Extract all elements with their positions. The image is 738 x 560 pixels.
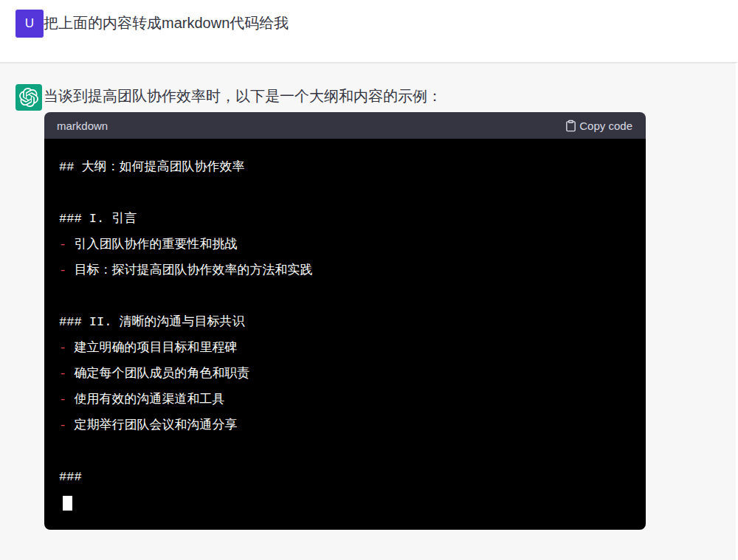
code-line-heading: ### I. 引言 <box>59 206 631 232</box>
chatgpt-logo-icon <box>15 84 42 111</box>
bullet-marker: - <box>59 263 66 277</box>
clipboard-icon <box>565 120 577 132</box>
chat-page: U 把上面的内容转成markdown代码给我 当谈到提高团队协作效率时，以下是一… <box>0 0 738 560</box>
code-text: 定期举行团队会议和沟通分享 <box>66 418 237 432</box>
code-line-blank <box>59 438 631 464</box>
code-language-label: markdown <box>57 120 108 132</box>
heading-marker: ## <box>59 160 74 174</box>
copy-code-button[interactable]: Copy code <box>565 120 632 132</box>
code-line-blank <box>59 180 631 206</box>
code-line-heading: ### II. 清晰的沟通与目标共识 <box>59 309 631 335</box>
code-text: 确定每个团队成员的角色和职责 <box>66 367 249 381</box>
code-line-bullet: - 目标：探讨提高团队协作效率的方法和实践 <box>59 257 631 283</box>
code-lines: ## 大纲：如何提高团队协作效率### I. 引言- 引入团队协作的重要性和挑战… <box>59 154 631 516</box>
user-avatar-letter: U <box>25 16 34 31</box>
text-cursor <box>63 496 72 511</box>
bullet-marker: - <box>59 341 66 355</box>
code-line-bullet: - 建立明确的项目目标和里程碑 <box>59 335 631 361</box>
user-message-text: 把上面的内容转成markdown代码给我 <box>44 13 289 32</box>
bullet-marker: - <box>59 393 66 407</box>
code-text: 目标：探讨提高团队协作效率的方法和实践 <box>66 263 312 277</box>
copy-code-label: Copy code <box>579 120 632 132</box>
code-text: 建立明确的项目目标和里程碑 <box>66 341 237 355</box>
bullet-marker: - <box>59 238 66 252</box>
heading-marker: ### <box>59 315 82 329</box>
code-line-bullet: - 确定每个团队成员的角色和职责 <box>59 361 631 387</box>
user-avatar: U <box>15 10 44 38</box>
assistant-message-row: 当谈到提高团队协作效率时，以下是一个大纲和内容的示例： <box>0 84 736 111</box>
code-text: II. 清晰的沟通与目标共识 <box>82 315 245 329</box>
assistant-message-section: 当谈到提高团队协作效率时，以下是一个大纲和内容的示例： markdown Cop… <box>0 62 738 560</box>
user-message-row: U 把上面的内容转成markdown代码给我 <box>0 0 738 62</box>
code-line-bullet: - 引入团队协作的重要性和挑战 <box>59 232 631 257</box>
markdown-code-block: markdown Copy code ## 大纲：如何提高团队协作效率### I… <box>44 112 646 530</box>
code-line-cursor <box>59 490 631 516</box>
code-text: 大纲：如何提高团队协作效率 <box>74 160 244 174</box>
code-line-bullet: - 定期举行团队会议和沟通分享 <box>59 412 631 438</box>
code-text: I. 引言 <box>82 212 137 226</box>
assistant-intro-text: 当谈到提高团队协作效率时，以下是一个大纲和内容的示例： <box>44 86 442 106</box>
bullet-marker: - <box>59 367 66 381</box>
code-text: 使用有效的沟通渠道和工具 <box>66 393 224 407</box>
heading-marker: ### <box>59 470 82 484</box>
code-text: 引入团队协作的重要性和挑战 <box>66 238 237 252</box>
code-block-body: ## 大纲：如何提高团队协作效率### I. 引言- 引入团队协作的重要性和挑战… <box>44 139 646 530</box>
code-line-blank <box>59 283 631 309</box>
code-block-header: markdown Copy code <box>44 112 646 139</box>
code-line-heading: ### <box>59 464 631 490</box>
heading-marker: ### <box>59 212 82 226</box>
bullet-marker: - <box>59 418 66 432</box>
code-line-bullet: - 使用有效的沟通渠道和工具 <box>59 387 631 412</box>
code-line-heading: ## 大纲：如何提高团队协作效率 <box>59 154 631 180</box>
